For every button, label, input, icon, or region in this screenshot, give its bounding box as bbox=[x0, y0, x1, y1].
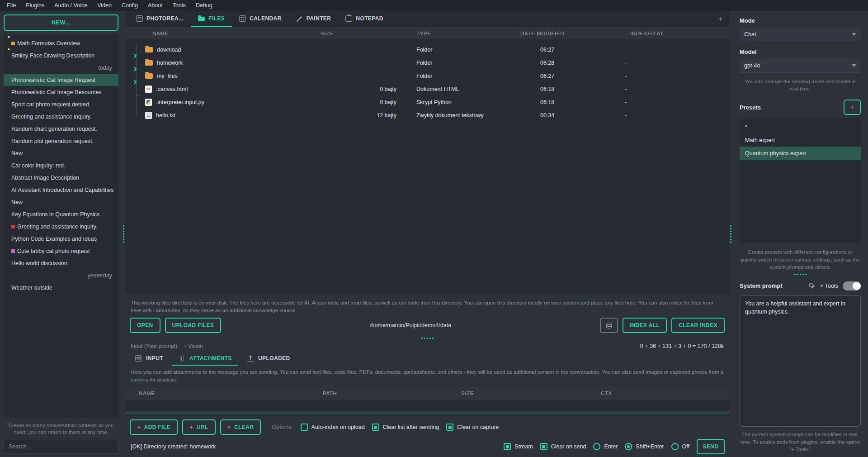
col-date-modified: DATE MODIFIED bbox=[511, 31, 618, 36]
file-row[interactable]: my_files Folder 06:27 - bbox=[125, 69, 729, 82]
option-checkbox[interactable]: Clear list after sending bbox=[372, 424, 439, 431]
conversation-item[interactable]: today bbox=[4, 62, 118, 74]
file-row[interactable]: .interpreter.input.py 0 bajty Skrypt Pyt… bbox=[125, 95, 729, 109]
menu-item[interactable]: Tools bbox=[168, 0, 191, 11]
system-prompt-label: System prompt bbox=[740, 282, 783, 289]
open-directory-button[interactable]: OPEN bbox=[130, 318, 160, 333]
tools-toggle[interactable] bbox=[843, 281, 861, 290]
system-prompt-hint-text: The current system prompt can be modifie… bbox=[740, 431, 861, 453]
sidebar-splitter-handle[interactable] bbox=[122, 11, 125, 457]
conversation-title: Abstract Image Description bbox=[11, 175, 79, 181]
workspace-tab[interactable]: CALENDAR bbox=[232, 11, 289, 27]
mode-value: Chat bbox=[744, 31, 756, 38]
conversation-item[interactable]: yesterday bbox=[4, 269, 118, 281]
conversation-item[interactable]: Car color inquiry: red. bbox=[4, 159, 118, 171]
conversation-item[interactable]: Weather outside bbox=[4, 281, 118, 294]
conversation-item[interactable]: Greeting and assistance inquiry. bbox=[4, 220, 118, 233]
input-tab[interactable]: ATTACHMENTS bbox=[172, 352, 238, 366]
option-checkbox[interactable]: Clear on capture bbox=[446, 424, 499, 431]
panel-splitter-handle[interactable] bbox=[729, 11, 732, 457]
conversation-item[interactable]: Key Equations in Quantum Physics bbox=[4, 208, 118, 220]
conversation-title: yesterday bbox=[88, 272, 112, 279]
clear-attachments-button[interactable]: × CLEAR bbox=[220, 419, 261, 435]
file-type-icon bbox=[145, 73, 153, 79]
status-checkbox[interactable]: Clear on send bbox=[540, 443, 586, 450]
system-prompt-textarea[interactable]: You are a helpful assistant and expert i… bbox=[740, 295, 861, 427]
status-checkbox[interactable]: Stream bbox=[504, 443, 533, 450]
workspace-tab-bar: PHOTOREA... FILES CALENDAR PAINTER bbox=[125, 11, 729, 27]
send-mode-radio[interactable]: Enter bbox=[593, 443, 618, 450]
upload-files-button[interactable]: UPLOAD FILES bbox=[165, 318, 222, 333]
input-tab[interactable]: UPLOADED bbox=[241, 352, 297, 366]
option-label: Clear on capture bbox=[457, 424, 499, 430]
attachments-table-body bbox=[125, 400, 729, 416]
conversation-item[interactable]: AI Assistant Introduction and Capabiliti… bbox=[4, 184, 118, 196]
tree-tick bbox=[136, 95, 141, 96]
conversation-item[interactable]: Random plot generation request. bbox=[4, 135, 118, 147]
add-preset-button[interactable]: + bbox=[844, 100, 861, 115]
conversation-item[interactable]: Random chart generation request. bbox=[4, 123, 118, 135]
conversation-item[interactable]: Greeting and assistance inquiry. bbox=[4, 110, 118, 123]
file-row[interactable]: download Folder 06:27 - bbox=[125, 43, 729, 56]
conversation-item[interactable]: Python Code Examples and Ideas bbox=[4, 233, 118, 245]
preset-item[interactable]: Quantum physics expert bbox=[740, 147, 861, 160]
files-actions-row: OPEN UPLOAD FILES /home/marcin/Pulpit/de… bbox=[125, 315, 729, 336]
file-row[interactable]: hello.txt 12 bajty Zwykły dokument tekst… bbox=[125, 109, 729, 122]
menu-bar: FilePluginsAudio / VoiceVideoConfigAbout… bbox=[0, 0, 868, 11]
file-date-modified: 06:28 bbox=[511, 60, 618, 66]
mode-select[interactable]: Chat bbox=[740, 28, 861, 41]
send-mode-radio[interactable]: Shift+Enter bbox=[625, 443, 664, 450]
menu-item[interactable]: Audio / Voice bbox=[49, 0, 92, 11]
menu-item[interactable]: Plugins bbox=[21, 0, 49, 11]
conversation-item[interactable]: Photorealistic Cat Image Request bbox=[4, 74, 118, 86]
conversation-title: New bbox=[11, 199, 23, 205]
input-header: Input (Your prompt) + Vision 0 + 36 + 13… bbox=[125, 340, 729, 352]
file-type-icon bbox=[145, 112, 152, 119]
preset-item[interactable]: * bbox=[740, 120, 861, 133]
conversation-item[interactable]: Cute tabby cat photo request bbox=[4, 245, 118, 257]
index-db-button[interactable] bbox=[600, 318, 618, 333]
clear-index-button[interactable]: CLEAR INDEX bbox=[671, 318, 725, 333]
conversation-item[interactable]: Hello world discussion bbox=[4, 257, 118, 269]
send-button[interactable]: SEND bbox=[697, 439, 725, 454]
file-row[interactable]: .canvas.html 0 bajty Dokument HTML 06:18… bbox=[125, 82, 729, 95]
option-checkbox[interactable]: Auto-index on upload bbox=[301, 424, 365, 431]
add-file-button[interactable]: + ADD FILE bbox=[130, 419, 178, 435]
input-splitter-handle[interactable] bbox=[125, 336, 729, 340]
add-url-button[interactable]: + URL bbox=[182, 419, 215, 435]
menu-item[interactable]: Video bbox=[92, 0, 117, 11]
panel-section-splitter-handle[interactable] bbox=[740, 272, 861, 277]
conversation-item[interactable]: Abstract Image Description bbox=[4, 171, 118, 184]
conversation-item[interactable]: Math Formulas Overview bbox=[4, 37, 118, 49]
menu-item[interactable]: Debug bbox=[191, 0, 217, 11]
workspace-tab[interactable]: PHOTOREA... bbox=[129, 11, 191, 27]
file-type: Folder bbox=[403, 73, 511, 79]
conversation-item[interactable]: New bbox=[4, 147, 118, 159]
col-size: SIZE bbox=[317, 31, 403, 36]
conversation-title: New bbox=[11, 150, 23, 157]
conversation-item[interactable]: Photorealistic Cat Image Resources bbox=[4, 86, 118, 98]
search-input[interactable] bbox=[4, 440, 118, 453]
file-type-icon bbox=[145, 99, 152, 106]
preset-item[interactable]: Math expert bbox=[740, 133, 861, 147]
add-tab-icon[interactable]: + bbox=[718, 14, 723, 24]
file-row[interactable]: homework Folder 06:28 - bbox=[125, 56, 729, 69]
model-select[interactable]: gpt-4o bbox=[740, 59, 861, 72]
workspace-tab[interactable]: PAINTER bbox=[289, 11, 339, 27]
col-type: TYPE bbox=[403, 31, 511, 36]
send-mode-radio[interactable]: Off bbox=[671, 443, 689, 450]
menu-item[interactable]: About bbox=[143, 0, 168, 11]
input-tab[interactable]: INPUT bbox=[129, 352, 170, 366]
index-all-button[interactable]: INDEX ALL bbox=[623, 318, 667, 333]
conversation-item[interactable]: New bbox=[4, 196, 118, 208]
file-name: hello.txt bbox=[156, 112, 175, 119]
conversation-item[interactable]: Smiley Face Drawing Description bbox=[4, 49, 118, 62]
menu-item[interactable]: Config bbox=[117, 0, 143, 11]
file-type: Zwykły dokument tekstowy bbox=[403, 112, 511, 119]
workspace-tab[interactable]: FILES bbox=[191, 11, 232, 27]
menu-item[interactable]: File bbox=[2, 0, 21, 11]
workspace-tab[interactable]: NOTEPAD bbox=[338, 11, 391, 27]
new-conversation-button[interactable]: NEW... bbox=[4, 14, 118, 31]
conversation-item[interactable]: Sport car photo request denied. bbox=[4, 98, 118, 110]
radio-icon bbox=[593, 443, 600, 450]
